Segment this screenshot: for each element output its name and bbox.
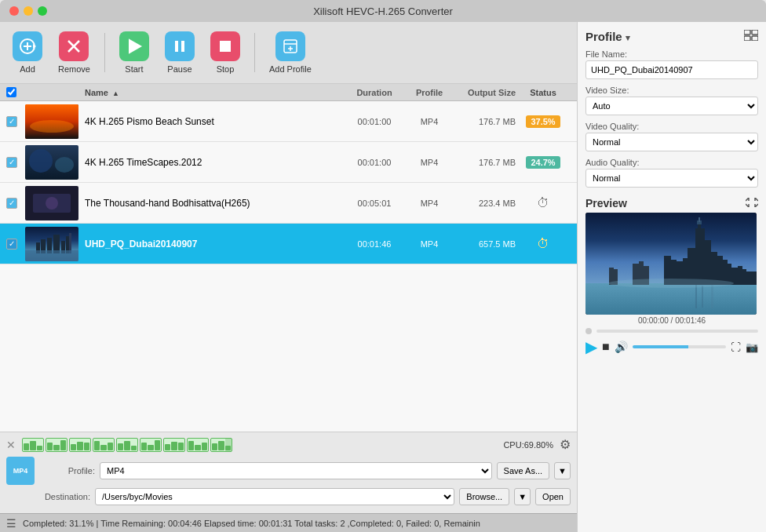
- gear-button[interactable]: ⚙: [560, 437, 571, 452]
- video-size-label: Video Size:: [585, 86, 758, 95]
- browse-button[interactable]: Browse...: [459, 488, 509, 505]
- profile-select[interactable]: MP4 MKV MOV: [100, 462, 492, 479]
- mini-graph-5: [116, 438, 138, 452]
- svg-rect-44: [738, 266, 742, 285]
- remove-button[interactable]: Remove: [53, 28, 95, 77]
- profile-header: Profile ▾: [585, 30, 758, 43]
- checkbox-1[interactable]: ✓: [6, 116, 17, 127]
- video-size-select[interactable]: Auto 720p 1080p 4K: [585, 97, 758, 115]
- preview-header: Preview: [585, 197, 758, 210]
- add-profile-button[interactable]: Add Profile: [264, 28, 316, 77]
- svg-rect-61: [702, 286, 703, 308]
- window-controls: [9, 6, 47, 16]
- sort-arrow-icon: ▲: [112, 89, 119, 97]
- profile-4: MP4: [406, 239, 453, 249]
- svg-rect-31: [744, 30, 750, 35]
- duration-1: 00:01:00: [343, 117, 406, 126]
- size-1: 176.7 MB: [453, 117, 516, 126]
- window-title: Xilisoft HEVC-H.265 Converter: [313, 5, 453, 17]
- stop-icon: [210, 31, 240, 61]
- stop-button[interactable]: Stop: [206, 28, 245, 77]
- status-text: Completed: 31.1% | Time Remaining: 00:04…: [23, 519, 571, 528]
- check-all-header[interactable]: [6, 87, 25, 97]
- file-name-1: 4K H.265 Pismo Beach Sunset: [85, 116, 343, 127]
- clock-icon-4: ⏱: [537, 237, 549, 250]
- video-quality-select[interactable]: Normal High Low: [585, 133, 758, 151]
- preview-time: 00:00:00 / 00:01:46: [585, 316, 758, 325]
- list-icon[interactable]: ☰: [6, 517, 16, 530]
- checkbox-4[interactable]: ✓: [6, 239, 17, 250]
- browse-dropdown[interactable]: ▼: [514, 488, 531, 505]
- screenshot-button[interactable]: 📷: [746, 341, 758, 353]
- svg-rect-34: [752, 36, 758, 41]
- size-3: 223.4 MB: [453, 199, 516, 208]
- profile-header: Profile: [406, 88, 453, 97]
- status-3: ⏱: [516, 196, 571, 210]
- remove-icon: [59, 31, 89, 61]
- close-button[interactable]: [9, 6, 19, 16]
- add-button[interactable]: Add: [8, 28, 47, 77]
- duration-3: 00:05:01: [343, 199, 406, 208]
- separator2: [254, 33, 255, 72]
- checkbox-3[interactable]: ✓: [6, 198, 17, 209]
- svg-rect-7: [175, 41, 178, 52]
- file-name-4: UHD_PQ_Dubai20140907: [85, 239, 343, 250]
- bottom-area: ✕: [0, 432, 577, 513]
- volume-button[interactable]: 🔊: [615, 341, 628, 353]
- add-icon: [13, 31, 42, 61]
- mini-graph-2: [46, 438, 67, 452]
- fullscreen-button[interactable]: ⛶: [731, 341, 741, 353]
- profile-title: Profile ▾: [585, 30, 630, 43]
- video-size-field: Video Size: Auto 720p 1080p 4K: [585, 86, 758, 115]
- status-bar: ☰ Completed: 31.1% | Time Remaining: 00:…: [0, 513, 577, 532]
- cpu-text: CPU:69.80%: [503, 440, 553, 450]
- row-check-4[interactable]: ✓: [6, 239, 25, 250]
- minimize-button[interactable]: [24, 6, 33, 16]
- preview-expand-icon[interactable]: [746, 198, 758, 210]
- pause-button[interactable]: Pause: [160, 28, 199, 77]
- svg-rect-45: [742, 269, 746, 285]
- pause-icon: [165, 31, 195, 61]
- file-name-2: 4K H.265 TimeScapes.2012: [85, 157, 343, 168]
- svg-rect-57: [698, 220, 701, 285]
- table-row[interactable]: ✓: [0, 224, 577, 264]
- progress-dot: [585, 328, 592, 334]
- table-row[interactable]: ✓ 4K H.265 TimeScapes.2012 00:01:00 MP4: [0, 142, 577, 183]
- svg-rect-60: [695, 285, 697, 308]
- maximize-button[interactable]: [38, 6, 47, 16]
- status-4: ⏱: [516, 237, 571, 251]
- table-row[interactable]: ✓ The Thousand-hand Bodhisattva(H265) 00…: [0, 183, 577, 224]
- destination-select[interactable]: /Users/byc/Movies: [95, 488, 454, 505]
- svg-point-15: [30, 120, 74, 133]
- svg-rect-62: [711, 285, 713, 308]
- title-bar: Xilisoft HEVC-H.265 Converter: [0, 0, 766, 22]
- thumbnail-4: [25, 227, 78, 261]
- open-button[interactable]: Open: [535, 488, 571, 505]
- row-check-2[interactable]: ✓: [6, 157, 25, 168]
- table-row[interactable]: ✓ 4K H.265 Pismo Beach Sunset 00:01:00 M…: [0, 101, 577, 142]
- right-panel: Profile ▾ File Name: Video Size: Auto 72…: [578, 22, 766, 532]
- toolbar: Add Remove Start Pause: [0, 22, 577, 84]
- save-as-dropdown[interactable]: ▼: [554, 462, 571, 479]
- svg-rect-46: [746, 271, 757, 285]
- svg-rect-43: [731, 268, 738, 285]
- row-check-3[interactable]: ✓: [6, 198, 25, 209]
- play-button[interactable]: ▶: [585, 337, 597, 356]
- svg-rect-33: [744, 36, 750, 41]
- audio-quality-select[interactable]: Normal High Low: [585, 169, 758, 188]
- save-as-button[interactable]: Save As...: [497, 462, 550, 479]
- file-name-input[interactable]: [585, 60, 758, 79]
- cpu-bar-row: ✕: [6, 437, 571, 452]
- check-all-checkbox[interactable]: [6, 87, 16, 97]
- row-check-1[interactable]: ✓: [6, 116, 25, 127]
- volume-slider[interactable]: [633, 345, 726, 348]
- start-icon: [119, 31, 149, 61]
- stop-player-button[interactable]: ■: [602, 340, 610, 354]
- player-progress-bar[interactable]: [596, 330, 758, 333]
- checkbox-2[interactable]: ✓: [6, 157, 17, 168]
- start-button[interactable]: Start: [115, 28, 154, 77]
- expand-icon[interactable]: [744, 30, 758, 43]
- close-small-button[interactable]: ✕: [6, 439, 16, 451]
- duration-4: 00:01:46: [343, 239, 406, 249]
- status-1: 37.5%: [516, 115, 571, 128]
